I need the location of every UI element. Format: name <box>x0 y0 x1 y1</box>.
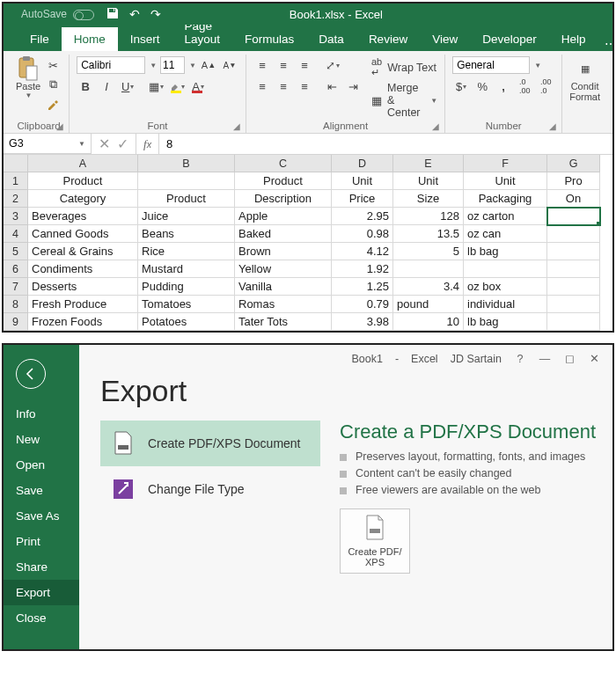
help-button[interactable]: ? <box>514 353 526 365</box>
enter-formula-button[interactable]: ✓ <box>117 135 128 152</box>
nav-save-as[interactable]: Save As <box>4 503 79 529</box>
cell[interactable]: Condiments <box>28 260 138 278</box>
paste-button[interactable]: Paste ▼ <box>16 56 40 99</box>
cell[interactable]: Desserts <box>28 278 138 296</box>
italic-button[interactable]: I <box>98 77 115 95</box>
header-cell[interactable]: Packaging <box>464 190 547 208</box>
name-box[interactable]: G3 ▼ <box>4 134 92 154</box>
cell[interactable] <box>393 260 464 278</box>
header-cell[interactable]: Description <box>235 190 332 208</box>
cell[interactable]: Canned Goods <box>28 225 138 243</box>
nav-info[interactable]: Info <box>4 401 79 427</box>
cell[interactable]: Vanilla <box>235 278 332 296</box>
cell[interactable]: Romas <box>235 296 332 313</box>
cell[interactable] <box>547 296 600 313</box>
tab-page-layout[interactable]: Page Layout <box>172 25 233 51</box>
nav-share[interactable]: Share <box>4 554 79 580</box>
chevron-down-icon[interactable]: ▼ <box>534 62 541 70</box>
header-cell[interactable] <box>138 172 235 190</box>
create-pdf-xps-button[interactable]: Create PDF/ XPS <box>340 508 410 574</box>
header-cell[interactable]: Unit <box>393 172 464 190</box>
header-cell[interactable]: Pro <box>547 172 600 190</box>
header-cell[interactable]: Category <box>28 190 138 208</box>
borders-button[interactable]: ▦▾ <box>147 77 165 95</box>
cell[interactable]: 1.92 <box>332 260 393 278</box>
accounting-format-button[interactable]: $▾ <box>452 77 470 95</box>
row-header-5[interactable]: 5 <box>4 243 28 260</box>
fx-icon[interactable]: fx <box>136 134 159 154</box>
row-header-4[interactable]: 4 <box>4 225 28 243</box>
cell[interactable]: Beans <box>138 225 235 243</box>
header-cell[interactable]: Unit <box>332 172 393 190</box>
col-header-A[interactable]: A <box>28 155 138 172</box>
row-header-1[interactable]: 1 <box>4 172 28 190</box>
minimize-button[interactable]: — <box>539 353 551 365</box>
header-cell[interactable]: Size <box>393 190 464 208</box>
redo-icon[interactable]: ↷ <box>150 7 161 22</box>
tab-home[interactable]: Home <box>62 27 118 51</box>
underline-button[interactable]: U▾ <box>119 77 136 95</box>
nav-close[interactable]: Close <box>4 605 79 631</box>
tab-developer[interactable]: Developer <box>470 27 549 51</box>
align-right-button[interactable]: ≡ <box>296 77 313 95</box>
dialog-launcher-icon[interactable]: ◢ <box>233 121 240 131</box>
chevron-down-icon[interactable]: ▼ <box>189 62 196 70</box>
export-option-1[interactable]: Change File Type <box>100 466 320 512</box>
header-cell[interactable]: Product <box>235 172 332 190</box>
cell[interactable]: Apple <box>235 208 332 225</box>
cell[interactable]: Yellow <box>235 260 332 278</box>
align-bottom-button[interactable]: ≡ <box>296 56 313 74</box>
cell[interactable]: oz can <box>464 225 547 243</box>
undo-icon[interactable]: ↶ <box>129 7 140 22</box>
dialog-launcher-icon[interactable]: ◢ <box>56 121 63 131</box>
conditional-formatting-button[interactable]: ▦ Condit Format <box>569 56 600 102</box>
align-center-button[interactable]: ≡ <box>275 77 292 95</box>
wrap-text-button[interactable]: ab↵ Wrap Text <box>371 56 437 78</box>
font-color-button[interactable]: A▾ <box>189 77 207 95</box>
cell[interactable]: oz box <box>464 278 547 296</box>
header-cell[interactable]: Product <box>138 190 235 208</box>
autosave-toggle[interactable]: AutoSave <box>21 8 94 20</box>
row-header-6[interactable]: 6 <box>4 260 28 278</box>
increase-font-button[interactable]: A▲ <box>200 56 217 74</box>
tab-help[interactable]: Help <box>549 27 598 51</box>
tab-formulas[interactable]: Formulas <box>232 27 306 51</box>
cell[interactable]: 0.79 <box>332 296 393 313</box>
col-header-C[interactable]: C <box>235 155 332 172</box>
increase-decimal-button[interactable]: .0.00 <box>516 77 533 95</box>
comma-format-button[interactable]: , <box>495 77 512 95</box>
cell[interactable]: 1.25 <box>332 278 393 296</box>
back-button[interactable] <box>16 359 46 389</box>
col-header-D[interactable]: D <box>332 155 393 172</box>
increase-indent-button[interactable]: ⇥ <box>345 77 363 95</box>
font-name-combo[interactable] <box>77 56 145 74</box>
col-header-B[interactable]: B <box>138 155 235 172</box>
cell[interactable]: 3.98 <box>332 313 393 331</box>
cell[interactable]: Rice <box>138 243 235 260</box>
cell[interactable] <box>464 260 547 278</box>
restore-button[interactable]: ◻ <box>563 352 576 365</box>
cell[interactable]: Pudding <box>138 278 235 296</box>
cell[interactable]: Baked <box>235 225 332 243</box>
cell[interactable]: 13.5 <box>393 225 464 243</box>
cell[interactable]: Mustard <box>138 260 235 278</box>
row-header-3[interactable]: 3 <box>4 208 28 225</box>
formula-bar[interactable]: 8 <box>159 137 612 150</box>
col-header-F[interactable]: F <box>464 155 547 172</box>
row-header-8[interactable]: 8 <box>4 296 28 313</box>
cell[interactable]: Fresh Produce <box>28 296 138 313</box>
tab-data[interactable]: Data <box>306 27 356 51</box>
cell[interactable]: Beverages <box>28 208 138 225</box>
format-painter-button[interactable] <box>44 95 62 113</box>
spreadsheet-grid[interactable]: 123456789 ABCDEFG ProductProductUnitUnit… <box>4 155 612 331</box>
row-header-2[interactable]: 2 <box>4 190 28 208</box>
cell[interactable] <box>547 225 600 243</box>
nav-open[interactable]: Open <box>4 452 79 478</box>
cell[interactable] <box>547 243 600 260</box>
cell[interactable] <box>547 313 600 331</box>
font-size-combo[interactable] <box>160 56 185 74</box>
cell[interactable]: pound <box>393 296 464 313</box>
cell[interactable]: 0.98 <box>332 225 393 243</box>
tell-me-icon[interactable]: ⋯ <box>605 37 612 51</box>
nav-print[interactable]: Print <box>4 529 79 554</box>
